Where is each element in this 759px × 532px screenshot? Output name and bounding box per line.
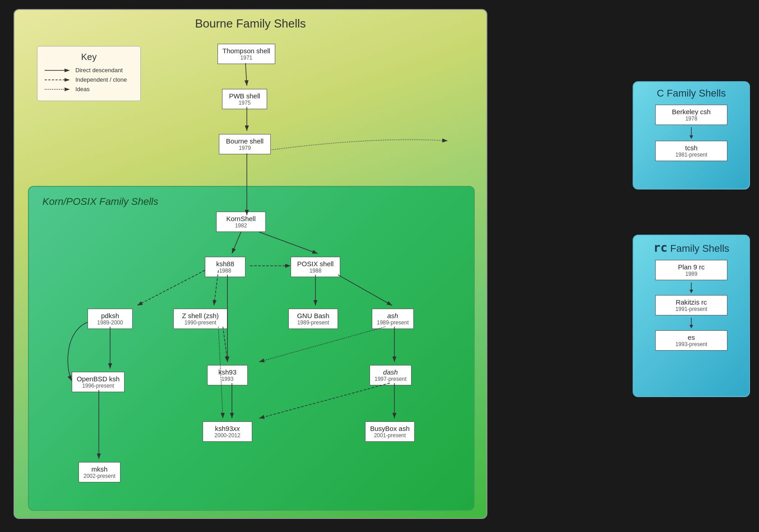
svg-line-26: [245, 63, 247, 86]
legend-item-solid: Direct descendant: [45, 67, 133, 74]
node-busybox: BusyBox ash 2001-present: [365, 421, 415, 442]
node-mksh: mksh 2002-present: [79, 462, 120, 482]
rc-arrow-1: [651, 282, 732, 295]
svg-marker-32: [690, 290, 693, 293]
legend-label-ideas: Ideas: [75, 86, 90, 93]
legend-box: Key Direct descendant Independent / clon…: [37, 46, 141, 101]
node-berkeley-csh: Berkeley csh 1978: [655, 105, 727, 125]
main-title: Bourne Family Shells: [21, 17, 480, 31]
svg-marker-1: [65, 69, 70, 72]
svg-line-8: [232, 232, 241, 254]
rc-family-title: rc Family Shells: [639, 241, 744, 254]
node-thompson: Thompson shell 1971: [218, 44, 275, 64]
node-zsh: Z shell (zsh) 1990-present: [173, 309, 227, 329]
node-gnubash: GNU Bash 1989-present: [288, 309, 338, 329]
svg-line-10: [137, 270, 205, 305]
bourne-family-container: Bourne Family Shells Key Direct descenda…: [14, 9, 487, 519]
korn-title: Korn/POSIX Family Shells: [42, 196, 158, 208]
svg-line-14: [338, 275, 392, 305]
korn-family-container: Korn/POSIX Family Shells KornShell 1982 …: [28, 186, 475, 511]
c-family-title: C Family Shells: [639, 88, 744, 99]
node-kornshell: KornShell 1982: [216, 212, 266, 232]
node-ash: ash 1989-present: [372, 309, 414, 329]
node-pdksh: pdksh 1989-2000: [88, 309, 133, 329]
svg-line-18: [259, 327, 385, 362]
legend-label-direct: Direct descendant: [75, 67, 123, 74]
legend-item-dashed: Independent / clone: [45, 76, 133, 83]
legend-label-clone: Independent / clone: [75, 76, 127, 83]
c-family-arrow: [651, 127, 732, 141]
svg-marker-5: [65, 88, 70, 91]
rc-family-panel: rc Family Shells Plan 9 rc 1989 Rakitzis…: [633, 235, 750, 397]
node-ksh93: ksh93 1993: [207, 365, 248, 385]
node-dash: dash 1997-present: [370, 365, 412, 385]
node-es: es 1993-present: [655, 330, 727, 351]
svg-marker-34: [690, 325, 693, 328]
svg-line-9: [259, 232, 318, 254]
node-pwb: PWB shell 1975: [222, 89, 267, 109]
korn-arrows: [29, 187, 474, 510]
svg-line-17: [223, 327, 227, 362]
c-family-panel: C Family Shells Berkeley csh 1978 tcsh 1…: [633, 81, 750, 190]
node-tcsh: tcsh 1981-present: [655, 141, 727, 161]
node-posix: POSIX shell 1988: [291, 257, 340, 277]
legend-item-dotted: Ideas: [45, 86, 133, 93]
svg-line-21: [259, 383, 390, 418]
svg-marker-3: [65, 78, 70, 82]
node-openbsd: OpenBSD ksh 1996-present: [72, 372, 125, 392]
node-ksh93xx: ksh93xx 2000-2012: [203, 421, 252, 442]
legend-title: Key: [45, 52, 133, 62]
node-bourne: Bourne shell 1979: [219, 134, 271, 154]
node-plan9rc: Plan 9 rc 1989: [655, 260, 727, 280]
node-rakitzis: Rakitzis rc 1991-present: [655, 295, 727, 315]
node-ksh88: ksh88 1988: [205, 257, 245, 277]
rc-arrow-2: [651, 318, 732, 330]
svg-marker-30: [690, 135, 693, 139]
